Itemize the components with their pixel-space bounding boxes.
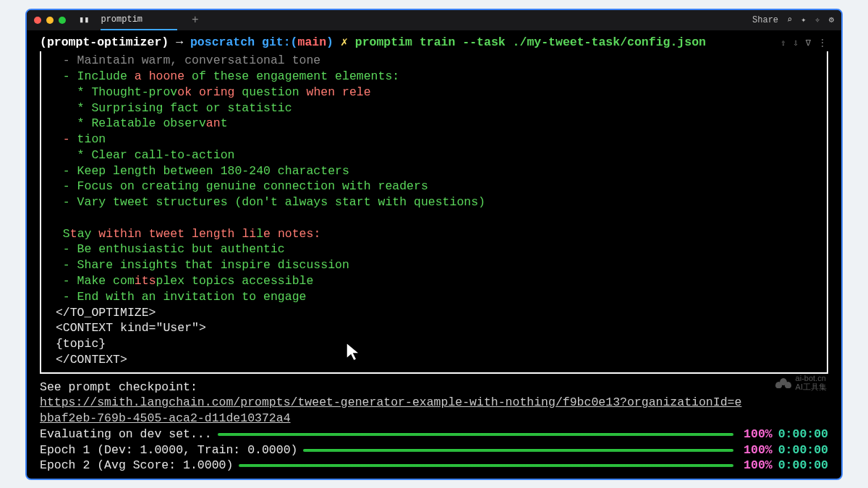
search-icon[interactable]: ⌕ [787,14,792,25]
new-tab-button[interactable]: + [192,14,199,27]
prompt-arrow: → [176,35,183,49]
checkpoint-link[interactable]: https://smith.langchain.com/prompts/twee… [40,395,741,409]
progress-bar [218,433,733,436]
progress-label-e2: Epoch 2 (Avg Score: 1.0000) [40,458,233,474]
tab-label: promptim [101,14,142,25]
command-line: (prompt-optimizer) → poscratch git:(main… [40,35,828,51]
progress-time: 0:00:00 [778,458,828,474]
watermark-text: AI工具集 [796,383,827,392]
progress-label-eval: Evaluating on dev set... [40,427,212,442]
sparkle-icon[interactable]: ✦ [801,14,806,25]
output-box: - Maintain warm, conversational tone - I… [40,51,828,373]
progress-eval: Evaluating on dev set... 100% 0:00:00 [40,427,828,442]
watermark-icon [775,378,791,388]
cwd: poscratch [190,35,255,49]
bulb-icon[interactable]: ✧ [815,14,820,25]
git-branch: main [298,35,327,49]
gear-icon[interactable]: ⚙ [829,14,834,25]
app-icon: ▮▮ [79,14,89,25]
git-dirty-mark: ✗ [341,35,348,49]
progress-pct: 100% [739,458,773,474]
zoom-window-button[interactable] [59,17,66,24]
progress-pct: 100% [739,427,773,442]
progress-bar [303,449,733,452]
progress-bar [239,464,733,467]
command-text: promptim train --task ./my-tweet-task/co… [355,35,706,49]
minimize-window-button[interactable] [46,17,54,24]
close-window-button[interactable] [34,17,41,24]
progress-epoch1: Epoch 1 (Dev: 1.0000, Train: 0.0000) 100… [40,442,828,458]
progress-time: 0:00:00 [778,427,828,442]
share-button[interactable]: Share [752,15,778,25]
checkpoint-label: See prompt checkpoint: [40,380,828,395]
progress-epoch2: Epoch 2 (Avg Score: 1.0000) 100% 0:00:00 [40,458,828,474]
output-text: - Maintain warm, conversational tone - I… [48,53,820,367]
venv-name: (prompt-optimizer) [40,35,169,49]
watermark: ai-bot.cn AI工具集 [775,374,827,391]
terminal-body[interactable]: (prompt-optimizer) → poscratch git:(main… [27,30,841,479]
tab-promptim[interactable]: promptim [101,10,177,30]
checkpoint-link-2[interactable]: bbaf2eb-769b-4505-aca2-d11de10372a4 [40,411,291,425]
git-label: git:( [262,35,298,49]
terminal-window: ▮▮ promptim + Share ⌕ ✦ ✧ ⚙ ⇧ ⇩ ∇ ⋮ (pro… [25,9,843,480]
progress-pct: 100% [739,442,773,458]
progress-label-e1: Epoch 1 (Dev: 1.0000, Train: 0.0000) [40,442,297,458]
titlebar-actions: Share ⌕ ✦ ✧ ⚙ [752,14,834,25]
progress-time: 0:00:00 [778,442,828,458]
window-controls [34,17,66,24]
titlebar: ▮▮ promptim + Share ⌕ ✦ ✧ ⚙ [27,10,841,30]
git-close: ) [326,35,333,49]
